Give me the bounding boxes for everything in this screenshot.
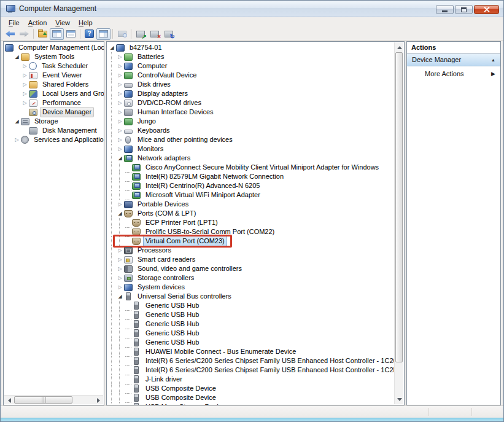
tree-item-computer[interactable]: ▷Computer bbox=[108, 61, 394, 71]
maximize-button[interactable] bbox=[455, 5, 473, 14]
collapse-arrow-icon[interactable]: ◢ bbox=[116, 154, 124, 163]
minimize-button[interactable] bbox=[436, 5, 454, 14]
tree-item-monitors[interactable]: ▷Monitors bbox=[108, 144, 394, 154]
tree-item-ecp-printer-port-lpt1[interactable]: ECP Printer Port (LPT1) bbox=[108, 218, 394, 227]
expand-arrow-icon[interactable]: ▷ bbox=[116, 98, 124, 107]
expand-arrow-icon[interactable]: ▷ bbox=[21, 71, 29, 80]
scroll-right-button[interactable] bbox=[94, 396, 103, 405]
tree-item-task-scheduler[interactable]: ▷Task Scheduler bbox=[5, 61, 104, 71]
scroll-down-button[interactable] bbox=[395, 395, 404, 404]
tree-item-cisco-anyconnect-secure-mobility-client-[interactable]: Cisco AnyConnect Secure Mobility Client … bbox=[108, 163, 394, 172]
tree-item-sound-video-and-game-controllers[interactable]: ▷Sound, video and game controllers bbox=[108, 264, 394, 273]
tree-item-controlvault-device[interactable]: ▷ControlVault Device bbox=[108, 71, 394, 80]
expand-arrow-icon[interactable]: ▷ bbox=[116, 126, 124, 135]
export-folder-button[interactable] bbox=[36, 28, 50, 40]
tree-item-generic-usb-hub[interactable]: Generic USB Hub bbox=[108, 338, 394, 347]
scroll-left-button[interactable] bbox=[4, 396, 14, 405]
collapse-arrow-icon[interactable]: ◢ bbox=[13, 117, 21, 126]
expand-arrow-icon[interactable]: ▷ bbox=[116, 80, 124, 89]
tree-item-generic-usb-hub[interactable]: Generic USB Hub bbox=[108, 329, 394, 338]
expand-arrow-icon[interactable]: ▷ bbox=[116, 144, 124, 154]
back-arrow-button[interactable] bbox=[3, 28, 17, 40]
help-button[interactable]: ? bbox=[82, 28, 96, 40]
expand-arrow-icon[interactable]: ▷ bbox=[116, 89, 124, 98]
tree-item-disk-drives[interactable]: ▷Disk drives bbox=[108, 80, 394, 89]
tree-item-local-users-and-groups[interactable]: ▷Local Users and Groups bbox=[5, 89, 104, 98]
expand-arrow-icon[interactable]: ▷ bbox=[116, 246, 124, 255]
collapse-arrow-icon[interactable]: ◢ bbox=[108, 43, 116, 52]
tree-item-human-interface-devices[interactable]: ▷Human Interface Devices bbox=[108, 107, 394, 117]
tree-item-system-devices[interactable]: ▷System devices bbox=[108, 283, 394, 292]
uninstall-device-button[interactable]: × bbox=[147, 28, 161, 40]
update-driver-button[interactable]: ↗ bbox=[133, 28, 147, 40]
menu-file[interactable]: File bbox=[4, 18, 24, 27]
menu-help[interactable]: Help bbox=[74, 18, 97, 27]
show-hide-console-tree-button[interactable] bbox=[50, 28, 64, 40]
actions-group-device-manager[interactable]: Device Manager ▲ bbox=[407, 53, 500, 66]
tree-item-j-link-driver[interactable]: J-Link driver bbox=[108, 375, 394, 384]
tree-item-dvd-cd-rom-drives[interactable]: ▷DVD/CD-ROM drives bbox=[108, 98, 394, 107]
tree-item-computer-management-local[interactable]: Computer Management (Local bbox=[5, 43, 104, 52]
tree-item-processors[interactable]: ▷Processors bbox=[108, 246, 394, 255]
vertical-scroll-thumb[interactable] bbox=[395, 52, 403, 362]
expand-arrow-icon[interactable]: ▷ bbox=[116, 117, 124, 126]
tree-item-mice-and-other-pointing-devices[interactable]: ▷Mice and other pointing devices bbox=[108, 135, 394, 144]
tree-item-b42754-01[interactable]: ◢b42754-01 bbox=[108, 43, 394, 52]
horizontal-scroll-thumb[interactable] bbox=[14, 396, 72, 404]
expand-arrow-icon[interactable]: ▷ bbox=[116, 255, 124, 264]
forward-arrow-button[interactable] bbox=[17, 28, 31, 40]
expand-arrow-icon[interactable]: ▷ bbox=[21, 80, 29, 89]
remote-computer-button[interactable] bbox=[115, 28, 129, 40]
tree-item-generic-usb-hub[interactable]: Generic USB Hub bbox=[108, 319, 394, 329]
expand-arrow-icon[interactable]: ▷ bbox=[116, 135, 124, 144]
collapse-arrow-icon[interactable]: ◢ bbox=[13, 52, 21, 61]
expand-arrow-icon[interactable]: ▷ bbox=[116, 283, 124, 292]
more-actions-item[interactable]: More Actions ▶ bbox=[407, 66, 500, 81]
close-button[interactable] bbox=[474, 5, 499, 14]
expand-arrow-icon[interactable]: ▷ bbox=[21, 61, 29, 71]
tree-item-jungo[interactable]: ▷Jungo bbox=[108, 117, 394, 126]
tree-item-keyboards[interactable]: ▷Keyboards bbox=[108, 126, 394, 135]
expand-arrow-icon[interactable]: ▷ bbox=[116, 71, 124, 80]
expand-arrow-icon[interactable]: ▷ bbox=[116, 52, 124, 61]
tree-item-usb-composite-device[interactable]: USB Composite Device bbox=[108, 384, 394, 393]
tree-item-batteries[interactable]: ▷Batteries bbox=[108, 52, 394, 61]
tree-item-display-adapters[interactable]: ▷Display adapters bbox=[108, 89, 394, 98]
collapse-arrow-icon[interactable]: ◢ bbox=[116, 292, 124, 301]
expand-arrow-icon[interactable]: ▷ bbox=[116, 264, 124, 273]
tree-item-disk-management[interactable]: Disk Management bbox=[5, 126, 104, 135]
tree-item-universal-serial-bus-controllers[interactable]: ◢Universal Serial Bus controllers bbox=[108, 292, 394, 301]
tree-item-usb-composite-device[interactable]: USB Composite Device bbox=[108, 393, 394, 402]
titlebar[interactable]: Computer Management bbox=[1, 1, 503, 17]
tree-item-ports-com-lpt[interactable]: ◢Ports (COM & LPT) bbox=[108, 209, 394, 218]
menu-view[interactable]: View bbox=[51, 18, 74, 27]
tree-item-generic-usb-hub[interactable]: Generic USB Hub bbox=[108, 310, 394, 319]
tree-item-intel-r-6-series-c200-series-chipset-fam[interactable]: Intel(R) 6 Series/C200 Series Chipset Fa… bbox=[108, 365, 394, 375]
tree-item-microsoft-virtual-wifi-miniport-adapter[interactable]: Microsoft Virtual WiFi Miniport Adapter bbox=[108, 190, 394, 200]
show-hide-action-pane-button[interactable] bbox=[96, 28, 110, 40]
tree-item-portable-devices[interactable]: ▷Portable Devices bbox=[108, 200, 394, 209]
tree-item-performance[interactable]: ▷Performance bbox=[5, 98, 104, 107]
tree-item-intel-r-82579lm-gigabit-network-connecti[interactable]: Intel(R) 82579LM Gigabit Network Connect… bbox=[108, 172, 394, 181]
tree-item-system-tools[interactable]: ◢System Tools bbox=[5, 52, 104, 61]
tree-item-services-and-applications[interactable]: ▷Services and Applications bbox=[5, 135, 104, 144]
collapse-arrow-icon[interactable]: ◢ bbox=[116, 209, 124, 218]
menu-action[interactable]: Action bbox=[24, 18, 52, 27]
vertical-scrollbar[interactable] bbox=[394, 42, 403, 404]
collapse-group-icon[interactable]: ▲ bbox=[491, 58, 495, 62]
expand-arrow-icon[interactable]: ▷ bbox=[116, 200, 124, 209]
tree-item-intel-r-6-series-c200-series-chipset-fam[interactable]: Intel(R) 6 Series/C200 Series Chipset Fa… bbox=[108, 356, 394, 365]
tree-item-storage[interactable]: ◢Storage bbox=[5, 117, 104, 126]
tree-item-virtual-com-port-com23[interactable]: Virtual Com Port (COM23) bbox=[108, 236, 394, 246]
scan-hardware-changes-button[interactable]: ↻ bbox=[161, 28, 176, 40]
tree-item-smart-card-readers[interactable]: ▷Smart card readers bbox=[108, 255, 394, 264]
expand-arrow-icon[interactable]: ▷ bbox=[21, 98, 29, 107]
tree-item-prolific-usb-to-serial-comm-port-com22[interactable]: Prolific USB-to-Serial Comm Port (COM22) bbox=[108, 227, 394, 236]
tree-item-intel-r-centrino-r-advanced-n-6205[interactable]: Intel(R) Centrino(R) Advanced-N 6205 bbox=[108, 181, 394, 190]
tree-item-shared-folders[interactable]: ▷Shared Folders bbox=[5, 80, 104, 89]
expand-arrow-icon[interactable]: ▷ bbox=[116, 273, 124, 283]
expand-arrow-icon[interactable]: ▷ bbox=[116, 61, 124, 71]
tree-item-storage-controllers[interactable]: ▷Storage controllers bbox=[108, 273, 394, 283]
tree-item-huawei-mobile-connect-bus-enumerate-devi[interactable]: HUAWEI Mobile Connect - Bus Enumerate De… bbox=[108, 347, 394, 356]
expand-arrow-icon[interactable]: ▷ bbox=[21, 89, 29, 98]
